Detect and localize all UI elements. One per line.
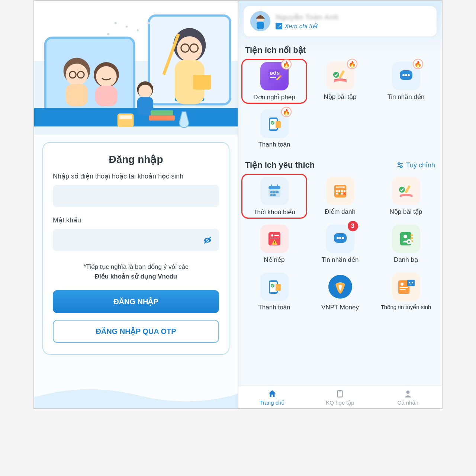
- profile-name: Nguyễn Toàn Anh: [276, 13, 339, 22]
- message-icon: [397, 67, 415, 85]
- password-label: Mật khẩu: [53, 216, 219, 224]
- login-card: Đăng nhập Nhập số điện thoại hoặc tài kh…: [42, 142, 229, 355]
- favorite-grid: Thời khoá biểu THÁNG 9 Điểm danh Nộp bài…: [238, 174, 442, 314]
- svg-point-50: [400, 166, 402, 168]
- featured-header: Tiện ích nổi bật: [238, 36, 442, 59]
- payment-icon: [265, 115, 284, 133]
- svg-point-43: [405, 74, 407, 76]
- svg-point-49: [398, 163, 400, 165]
- login-screen: Đăng nhập Nhập số điện thoại hoặc tài kh…: [34, 1, 238, 408]
- calendar-icon: [266, 182, 283, 200]
- svg-rect-28: [149, 115, 175, 120]
- bottom-wave: [34, 382, 238, 408]
- svg-rect-75: [274, 241, 275, 243]
- svg-point-98: [412, 282, 413, 283]
- tile-thanh-toan[interactable]: 🔥 Thanh toán: [241, 107, 307, 151]
- password-input[interactable]: [53, 229, 219, 251]
- svg-point-99: [410, 284, 411, 285]
- bottom-nav: Trang chủ KQ học tập Cá nhân: [238, 386, 442, 408]
- tile-thoi-khoa-bieu[interactable]: Thời khoá biểu: [241, 174, 307, 219]
- svg-rect-4: [34, 108, 238, 126]
- svg-rect-31: [119, 115, 132, 119]
- svg-rect-68: [341, 193, 343, 194]
- admission-icon: [396, 277, 416, 297]
- eye-off-icon[interactable]: [203, 235, 212, 247]
- form-icon: ĐƠN: [266, 68, 283, 84]
- fire-icon: 🔥: [281, 107, 292, 117]
- svg-point-38: [279, 75, 282, 77]
- svg-point-44: [408, 74, 410, 76]
- svg-point-5: [115, 22, 117, 24]
- featured-grid: ĐƠN 🔥 Đơn nghỉ phép 🔥 Nộp bài tập 🔥: [238, 59, 442, 151]
- homework-icon: [331, 67, 350, 85]
- login-title: Đăng nhập: [53, 153, 219, 165]
- svg-point-78: [337, 237, 339, 239]
- vnpt-money-icon: [327, 274, 353, 300]
- nav-profile[interactable]: Cá nhân: [374, 386, 442, 408]
- person-icon: [403, 389, 413, 399]
- svg-rect-83: [411, 237, 413, 239]
- warning-icon: [266, 230, 283, 248]
- svg-point-7: [136, 29, 139, 32]
- tile-nop-bai-tap[interactable]: 🔥 Nộp bài tập: [307, 59, 373, 104]
- tile-tin-nhan-den[interactable]: 🔥 Tin nhắn đến: [373, 59, 439, 104]
- login-button[interactable]: ĐĂNG NHẬP: [53, 290, 219, 313]
- clipboard-icon: [335, 389, 345, 399]
- profile-card[interactable]: Nguyễn Toàn Anh ↗ Xem chi tiết: [244, 6, 437, 36]
- payment-icon: [265, 277, 284, 296]
- svg-point-16: [96, 66, 117, 87]
- svg-rect-74: [270, 238, 279, 238]
- svg-point-93: [401, 283, 403, 286]
- terms-link[interactable]: Điều khoản sử dụng Vnedu: [95, 273, 177, 280]
- svg-rect-95: [400, 289, 406, 290]
- svg-point-79: [339, 237, 341, 239]
- username-label: Nhập số điện thoại hoặc tài khoản học si…: [53, 172, 219, 180]
- terms-text: *Tiếp tục nghĩa là bạn đồng ý với các Đi…: [53, 262, 219, 281]
- svg-point-97: [409, 282, 410, 283]
- tile-don-nghi-phep[interactable]: ĐƠN 🔥 Đơn nghỉ phép: [241, 59, 307, 104]
- avatar: [250, 11, 270, 31]
- svg-rect-101: [339, 390, 341, 391]
- svg-point-80: [342, 237, 344, 239]
- svg-point-26: [138, 85, 152, 98]
- tile-danh-ba[interactable]: Danh bạ: [373, 222, 439, 267]
- tile-tin-nhan-den-2[interactable]: 3 Tin nhắn đến: [307, 222, 373, 267]
- home-icon: [267, 389, 277, 399]
- svg-point-102: [406, 390, 409, 394]
- tile-vnpt-money[interactable]: VNPT Money: [307, 270, 373, 314]
- svg-point-72: [271, 234, 273, 237]
- tile-diem-danh[interactable]: THÁNG 9 Điểm danh: [307, 174, 373, 219]
- nav-results[interactable]: KQ học tập: [306, 386, 374, 408]
- svg-point-42: [402, 74, 405, 76]
- svg-rect-0: [45, 38, 134, 119]
- profile-detail-link[interactable]: ↗ Xem chi tiết: [276, 22, 339, 30]
- svg-rect-67: [336, 193, 338, 194]
- nav-home[interactable]: Trang chủ: [238, 386, 306, 408]
- username-input[interactable]: [53, 185, 219, 207]
- illustration-svg: [34, 1, 238, 134]
- svg-point-9: [148, 22, 150, 24]
- svg-rect-96: [407, 280, 415, 286]
- login-illustration: [34, 1, 238, 135]
- sliders-icon: [396, 161, 404, 169]
- customize-button[interactable]: Tuỳ chỉnh: [396, 161, 435, 169]
- count-badge: 3: [348, 221, 358, 231]
- tile-tuyen-sinh[interactable]: Thông tin tuyển sinh: [373, 270, 439, 314]
- tile-nop-bai-tap-2[interactable]: Nộp bài tập: [373, 174, 439, 219]
- svg-rect-23: [193, 75, 211, 90]
- svg-rect-94: [400, 287, 408, 288]
- contacts-icon: [397, 230, 415, 248]
- tile-ne-nep[interactable]: Nề nếp: [241, 222, 307, 267]
- fire-icon: 🔥: [281, 59, 292, 70]
- svg-rect-52: [268, 186, 280, 189]
- svg-rect-76: [274, 244, 275, 244]
- svg-rect-48: [276, 121, 281, 128]
- login-otp-button[interactable]: ĐĂNG NHẬP QUA OTP: [53, 320, 219, 343]
- svg-rect-57: [276, 191, 279, 193]
- favorite-header: Tiện ích yêu thích Tuỳ chỉnh: [238, 151, 442, 174]
- attendance-icon: THÁNG 9: [331, 182, 349, 200]
- expand-icon: ↗: [276, 23, 282, 29]
- svg-text:ĐƠN: ĐƠN: [270, 71, 280, 75]
- svg-rect-58: [270, 194, 273, 196]
- tile-thanh-toan-2[interactable]: Thanh toán: [241, 270, 307, 314]
